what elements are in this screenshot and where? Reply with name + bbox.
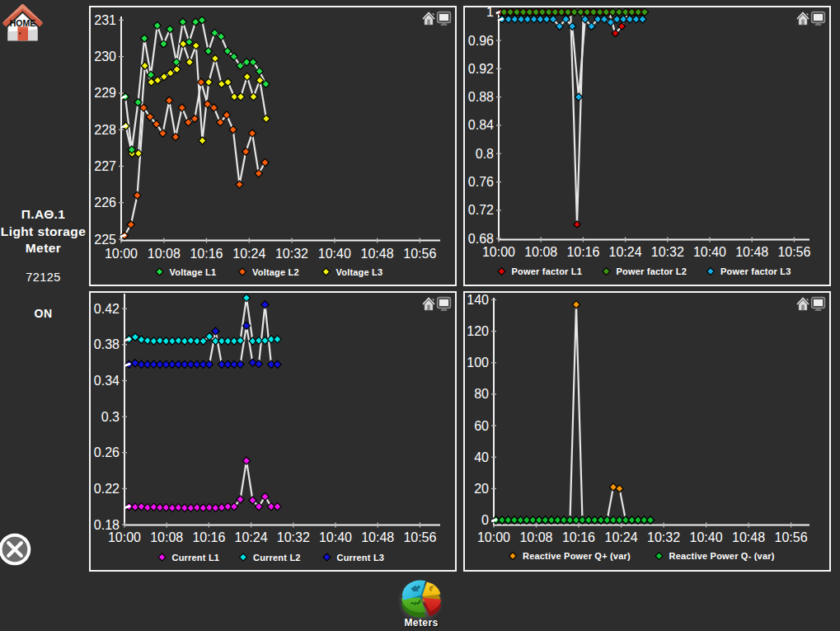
svg-text:10:56: 10:56 <box>403 247 436 261</box>
svg-text:10:00: 10:00 <box>477 530 510 544</box>
svg-text:10:48: 10:48 <box>735 245 768 259</box>
svg-text:0.76: 0.76 <box>468 175 494 189</box>
svg-text:230: 230 <box>94 49 116 64</box>
svg-text:0.68: 0.68 <box>468 232 494 246</box>
svg-text:228: 228 <box>94 123 116 137</box>
svg-text:10:32: 10:32 <box>651 245 684 259</box>
svg-text:10:08: 10:08 <box>150 530 183 544</box>
svg-text:0.38: 0.38 <box>94 337 120 351</box>
svg-text:80: 80 <box>474 387 489 401</box>
svg-text:225: 225 <box>94 233 116 247</box>
svg-text:40: 40 <box>474 450 489 464</box>
svg-text:Reactive Power Q- (var): Reactive Power Q- (var) <box>669 551 775 561</box>
svg-text:10:16: 10:16 <box>192 530 225 544</box>
svg-text:10:16: 10:16 <box>566 245 599 259</box>
svg-text:10:00: 10:00 <box>482 245 515 259</box>
svg-text:10:48: 10:48 <box>361 247 394 261</box>
svg-text:20: 20 <box>474 482 489 496</box>
svg-text:0.18: 0.18 <box>94 518 120 532</box>
svg-text:10:56: 10:56 <box>403 530 436 544</box>
svg-text:10:32: 10:32 <box>647 530 680 544</box>
svg-text:10:16: 10:16 <box>190 247 223 261</box>
svg-text:Power factor L2: Power factor L2 <box>617 266 687 276</box>
svg-text:10:08: 10:08 <box>519 530 552 544</box>
svg-text:231: 231 <box>94 13 116 27</box>
svg-text:Voltage L2: Voltage L2 <box>252 267 299 277</box>
svg-text:10:16: 10:16 <box>562 530 595 544</box>
svg-text:229: 229 <box>94 86 116 100</box>
svg-text:10:40: 10:40 <box>693 245 726 259</box>
svg-text:10:40: 10:40 <box>319 530 352 544</box>
svg-text:0.42: 0.42 <box>94 302 120 316</box>
svg-text:10:32: 10:32 <box>277 530 310 544</box>
svg-text:10:48: 10:48 <box>361 530 394 544</box>
svg-text:Power factor L3: Power factor L3 <box>720 266 791 276</box>
svg-text:Power factor L1: Power factor L1 <box>512 266 583 276</box>
svg-text:Current L2: Current L2 <box>253 553 301 563</box>
svg-text:Reactive Power Q+ (var): Reactive Power Q+ (var) <box>523 551 631 561</box>
svg-text:10:24: 10:24 <box>605 530 638 544</box>
svg-text:10:24: 10:24 <box>232 247 265 261</box>
svg-text:10:56: 10:56 <box>775 530 808 544</box>
svg-text:Current L3: Current L3 <box>337 553 385 563</box>
svg-text:0.3: 0.3 <box>101 410 120 424</box>
svg-text:10:48: 10:48 <box>732 530 765 544</box>
svg-text:10:08: 10:08 <box>524 245 557 259</box>
svg-text:10:24: 10:24 <box>235 530 268 544</box>
svg-text:60: 60 <box>474 419 489 433</box>
svg-text:0.88: 0.88 <box>468 90 494 104</box>
svg-text:227: 227 <box>94 159 116 173</box>
svg-text:0.92: 0.92 <box>468 62 494 76</box>
svg-text:10:32: 10:32 <box>275 247 308 261</box>
svg-text:140: 140 <box>467 293 489 307</box>
svg-text:120: 120 <box>467 324 489 338</box>
svg-text:10:24: 10:24 <box>609 245 642 259</box>
svg-text:HOME: HOME <box>10 18 36 28</box>
svg-text:0.72: 0.72 <box>468 203 494 217</box>
svg-text:Current L1: Current L1 <box>172 553 220 563</box>
svg-text:0.34: 0.34 <box>94 374 120 388</box>
svg-text:10:08: 10:08 <box>148 247 181 261</box>
svg-text:0.84: 0.84 <box>468 118 494 132</box>
svg-text:0.8: 0.8 <box>476 147 494 161</box>
svg-text:10:40: 10:40 <box>690 530 723 544</box>
svg-text:10:00: 10:00 <box>105 247 138 261</box>
svg-text:10:40: 10:40 <box>318 247 351 261</box>
svg-text:Voltage L3: Voltage L3 <box>336 267 383 277</box>
svg-text:0.96: 0.96 <box>468 34 494 48</box>
svg-text:Voltage L1: Voltage L1 <box>170 267 217 277</box>
svg-text:0.22: 0.22 <box>94 482 120 496</box>
svg-text:100: 100 <box>467 356 489 370</box>
svg-text:1: 1 <box>486 7 494 19</box>
svg-text:0.26: 0.26 <box>94 445 120 459</box>
svg-text:0: 0 <box>481 513 489 527</box>
svg-text:10:56: 10:56 <box>777 245 810 259</box>
svg-text:10:00: 10:00 <box>108 530 141 544</box>
svg-text:226: 226 <box>94 195 116 210</box>
